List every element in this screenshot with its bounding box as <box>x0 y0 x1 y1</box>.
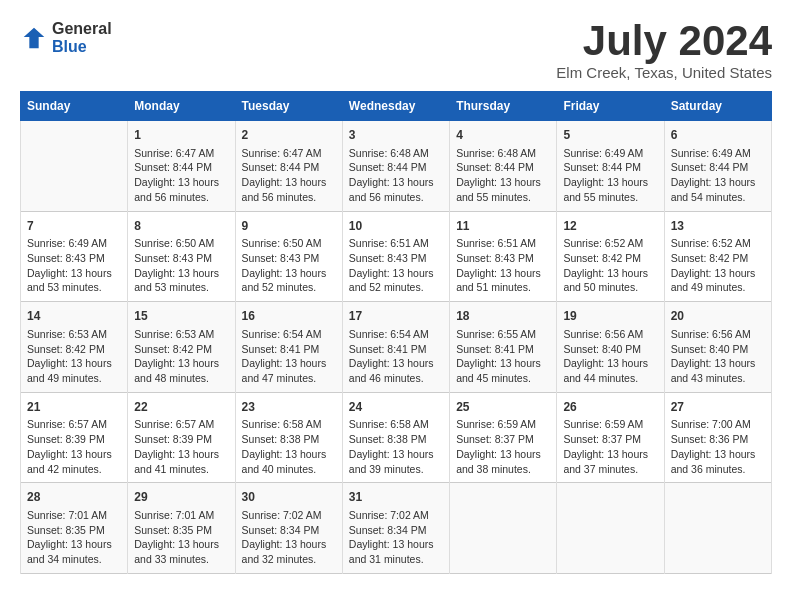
col-saturday: Saturday <box>664 92 771 121</box>
day-info: Sunrise: 6:50 AM Sunset: 8:43 PM Dayligh… <box>134 236 228 295</box>
day-number: 20 <box>671 308 765 325</box>
day-info: Sunrise: 6:54 AM Sunset: 8:41 PM Dayligh… <box>349 327 443 386</box>
col-wednesday: Wednesday <box>342 92 449 121</box>
table-row: 25Sunrise: 6:59 AM Sunset: 8:37 PM Dayli… <box>450 392 557 483</box>
table-row: 17Sunrise: 6:54 AM Sunset: 8:41 PM Dayli… <box>342 302 449 393</box>
day-info: Sunrise: 6:49 AM Sunset: 8:44 PM Dayligh… <box>671 146 765 205</box>
table-row: 18Sunrise: 6:55 AM Sunset: 8:41 PM Dayli… <box>450 302 557 393</box>
day-number: 6 <box>671 127 765 144</box>
day-info: Sunrise: 6:56 AM Sunset: 8:40 PM Dayligh… <box>671 327 765 386</box>
day-number: 7 <box>27 218 121 235</box>
col-monday: Monday <box>128 92 235 121</box>
table-row: 19Sunrise: 6:56 AM Sunset: 8:40 PM Dayli… <box>557 302 664 393</box>
table-row: 22Sunrise: 6:57 AM Sunset: 8:39 PM Dayli… <box>128 392 235 483</box>
col-thursday: Thursday <box>450 92 557 121</box>
day-number: 18 <box>456 308 550 325</box>
day-info: Sunrise: 6:59 AM Sunset: 8:37 PM Dayligh… <box>563 417 657 476</box>
day-info: Sunrise: 6:51 AM Sunset: 8:43 PM Dayligh… <box>456 236 550 295</box>
calendar-week-row: 1Sunrise: 6:47 AM Sunset: 8:44 PM Daylig… <box>21 121 772 212</box>
day-number: 10 <box>349 218 443 235</box>
day-number: 27 <box>671 399 765 416</box>
month-title: July 2024 <box>556 20 772 62</box>
day-info: Sunrise: 6:47 AM Sunset: 8:44 PM Dayligh… <box>134 146 228 205</box>
day-info: Sunrise: 6:58 AM Sunset: 8:38 PM Dayligh… <box>242 417 336 476</box>
table-row: 29Sunrise: 7:01 AM Sunset: 8:35 PM Dayli… <box>128 483 235 574</box>
table-row: 13Sunrise: 6:52 AM Sunset: 8:42 PM Dayli… <box>664 211 771 302</box>
table-row: 28Sunrise: 7:01 AM Sunset: 8:35 PM Dayli… <box>21 483 128 574</box>
day-info: Sunrise: 6:56 AM Sunset: 8:40 PM Dayligh… <box>563 327 657 386</box>
table-row: 24Sunrise: 6:58 AM Sunset: 8:38 PM Dayli… <box>342 392 449 483</box>
day-number: 16 <box>242 308 336 325</box>
day-info: Sunrise: 6:47 AM Sunset: 8:44 PM Dayligh… <box>242 146 336 205</box>
logo: General Blue <box>20 20 112 55</box>
svg-marker-0 <box>24 27 45 48</box>
day-info: Sunrise: 6:49 AM Sunset: 8:43 PM Dayligh… <box>27 236 121 295</box>
day-number: 2 <box>242 127 336 144</box>
table-row: 8Sunrise: 6:50 AM Sunset: 8:43 PM Daylig… <box>128 211 235 302</box>
day-number: 9 <box>242 218 336 235</box>
table-row: 7Sunrise: 6:49 AM Sunset: 8:43 PM Daylig… <box>21 211 128 302</box>
table-row: 31Sunrise: 7:02 AM Sunset: 8:34 PM Dayli… <box>342 483 449 574</box>
calendar-week-row: 21Sunrise: 6:57 AM Sunset: 8:39 PM Dayli… <box>21 392 772 483</box>
day-number: 5 <box>563 127 657 144</box>
day-info: Sunrise: 7:02 AM Sunset: 8:34 PM Dayligh… <box>242 508 336 567</box>
day-info: Sunrise: 6:48 AM Sunset: 8:44 PM Dayligh… <box>456 146 550 205</box>
location: Elm Creek, Texas, United States <box>556 64 772 81</box>
calendar-week-row: 14Sunrise: 6:53 AM Sunset: 8:42 PM Dayli… <box>21 302 772 393</box>
table-row: 12Sunrise: 6:52 AM Sunset: 8:42 PM Dayli… <box>557 211 664 302</box>
logo-text: General Blue <box>52 20 112 55</box>
table-row: 20Sunrise: 6:56 AM Sunset: 8:40 PM Dayli… <box>664 302 771 393</box>
title-block: July 2024 Elm Creek, Texas, United State… <box>556 20 772 81</box>
day-number: 13 <box>671 218 765 235</box>
table-row: 15Sunrise: 6:53 AM Sunset: 8:42 PM Dayli… <box>128 302 235 393</box>
day-number: 14 <box>27 308 121 325</box>
table-row: 9Sunrise: 6:50 AM Sunset: 8:43 PM Daylig… <box>235 211 342 302</box>
table-row: 26Sunrise: 6:59 AM Sunset: 8:37 PM Dayli… <box>557 392 664 483</box>
table-row <box>557 483 664 574</box>
day-info: Sunrise: 6:50 AM Sunset: 8:43 PM Dayligh… <box>242 236 336 295</box>
logo-blue: Blue <box>52 38 112 56</box>
day-info: Sunrise: 6:59 AM Sunset: 8:37 PM Dayligh… <box>456 417 550 476</box>
day-number: 19 <box>563 308 657 325</box>
day-number: 15 <box>134 308 228 325</box>
day-number: 11 <box>456 218 550 235</box>
day-number: 28 <box>27 489 121 506</box>
table-row: 4Sunrise: 6:48 AM Sunset: 8:44 PM Daylig… <box>450 121 557 212</box>
page-header: General Blue July 2024 Elm Creek, Texas,… <box>20 20 772 81</box>
table-row: 3Sunrise: 6:48 AM Sunset: 8:44 PM Daylig… <box>342 121 449 212</box>
day-info: Sunrise: 6:52 AM Sunset: 8:42 PM Dayligh… <box>671 236 765 295</box>
day-number: 26 <box>563 399 657 416</box>
calendar-table: Sunday Monday Tuesday Wednesday Thursday… <box>20 91 772 574</box>
day-info: Sunrise: 6:57 AM Sunset: 8:39 PM Dayligh… <box>27 417 121 476</box>
table-row: 14Sunrise: 6:53 AM Sunset: 8:42 PM Dayli… <box>21 302 128 393</box>
table-row: 16Sunrise: 6:54 AM Sunset: 8:41 PM Dayli… <box>235 302 342 393</box>
day-number: 24 <box>349 399 443 416</box>
day-info: Sunrise: 7:02 AM Sunset: 8:34 PM Dayligh… <box>349 508 443 567</box>
day-info: Sunrise: 6:53 AM Sunset: 8:42 PM Dayligh… <box>27 327 121 386</box>
calendar-header-row: Sunday Monday Tuesday Wednesday Thursday… <box>21 92 772 121</box>
day-number: 23 <box>242 399 336 416</box>
day-info: Sunrise: 6:53 AM Sunset: 8:42 PM Dayligh… <box>134 327 228 386</box>
table-row: 23Sunrise: 6:58 AM Sunset: 8:38 PM Dayli… <box>235 392 342 483</box>
day-info: Sunrise: 7:00 AM Sunset: 8:36 PM Dayligh… <box>671 417 765 476</box>
table-row: 30Sunrise: 7:02 AM Sunset: 8:34 PM Dayli… <box>235 483 342 574</box>
table-row: 11Sunrise: 6:51 AM Sunset: 8:43 PM Dayli… <box>450 211 557 302</box>
table-row: 6Sunrise: 6:49 AM Sunset: 8:44 PM Daylig… <box>664 121 771 212</box>
day-number: 17 <box>349 308 443 325</box>
calendar-week-row: 28Sunrise: 7:01 AM Sunset: 8:35 PM Dayli… <box>21 483 772 574</box>
day-info: Sunrise: 6:57 AM Sunset: 8:39 PM Dayligh… <box>134 417 228 476</box>
table-row: 10Sunrise: 6:51 AM Sunset: 8:43 PM Dayli… <box>342 211 449 302</box>
col-tuesday: Tuesday <box>235 92 342 121</box>
day-info: Sunrise: 6:51 AM Sunset: 8:43 PM Dayligh… <box>349 236 443 295</box>
day-info: Sunrise: 6:55 AM Sunset: 8:41 PM Dayligh… <box>456 327 550 386</box>
day-info: Sunrise: 6:48 AM Sunset: 8:44 PM Dayligh… <box>349 146 443 205</box>
table-row: 2Sunrise: 6:47 AM Sunset: 8:44 PM Daylig… <box>235 121 342 212</box>
day-info: Sunrise: 6:49 AM Sunset: 8:44 PM Dayligh… <box>563 146 657 205</box>
table-row: 1Sunrise: 6:47 AM Sunset: 8:44 PM Daylig… <box>128 121 235 212</box>
logo-general: General <box>52 20 112 38</box>
col-friday: Friday <box>557 92 664 121</box>
table-row <box>450 483 557 574</box>
col-sunday: Sunday <box>21 92 128 121</box>
calendar-week-row: 7Sunrise: 6:49 AM Sunset: 8:43 PM Daylig… <box>21 211 772 302</box>
table-row: 21Sunrise: 6:57 AM Sunset: 8:39 PM Dayli… <box>21 392 128 483</box>
